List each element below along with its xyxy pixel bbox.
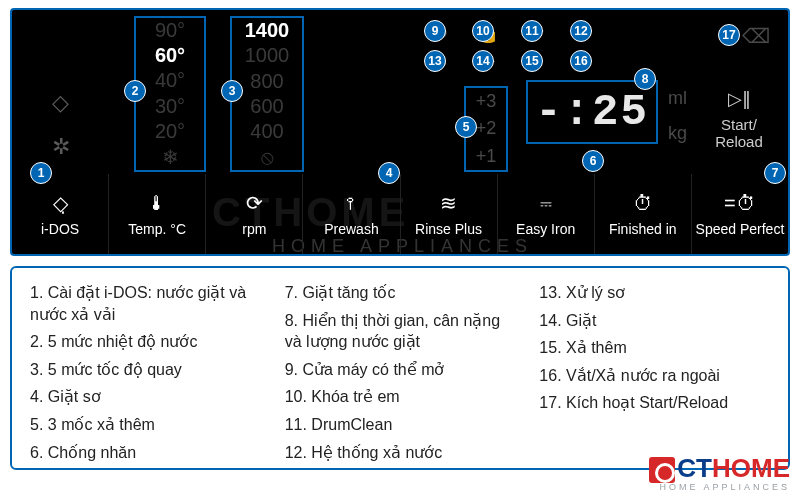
legend-col-1: 1. Cài đặt i-DOS: nước giặt và nước xả v… xyxy=(30,282,261,454)
logo-mark-icon xyxy=(649,457,675,483)
marker-16: 16 xyxy=(570,50,592,72)
thermometer-icon: 🌡 xyxy=(147,192,167,215)
marker-12: 12 xyxy=(570,20,592,42)
legend-8: 8. Hiển thị thời gian, cân nặng và lượng… xyxy=(285,310,516,353)
idos-icons: ◇ ✲ xyxy=(52,90,70,160)
marker-13: 13 xyxy=(424,50,446,72)
spin-1000: 1000 xyxy=(245,44,290,67)
spin-off-icon: ⦸ xyxy=(261,146,274,169)
temp-label: Temp. °C xyxy=(128,221,186,237)
temp-60: 60° xyxy=(155,44,185,67)
rinse-plus-2: +2 xyxy=(476,118,497,139)
start-reload-label: Start/ Reload xyxy=(702,116,776,150)
temp-30: 30° xyxy=(155,95,185,118)
prewash-label: Prewash xyxy=(324,221,378,237)
logo-sub: HOME APPLIANCES xyxy=(649,482,790,492)
legend-11: 11. DrumClean xyxy=(285,414,516,436)
marker-10: 10 xyxy=(472,20,494,42)
temp-90: 90° xyxy=(155,19,185,42)
marker-2: 2 xyxy=(124,80,146,102)
control-panel: CTHOME HOME APPLIANCES ◇ ✲ 90° 60° 40° 3… xyxy=(10,8,790,256)
play-pause-icon: ▷‖ xyxy=(702,88,776,110)
temp-cold-icon: ❄ xyxy=(162,145,179,169)
spin-600: 600 xyxy=(250,95,283,118)
easy-iron-button[interactable]: ⎓ Easy Iron xyxy=(498,174,595,254)
time-display: -:25 xyxy=(526,80,658,144)
marker-1: 1 xyxy=(30,162,52,184)
legend-7: 7. Giặt tăng tốc xyxy=(285,282,516,304)
rinse-plus-icon: ≋ xyxy=(440,191,457,215)
prewash-icon: ⫯ xyxy=(346,192,356,215)
unit-kg: kg xyxy=(668,123,687,144)
legend-12: 12. Hệ thống xả nước xyxy=(285,442,516,464)
idos-icon: ◇̣ xyxy=(53,191,68,215)
logo-ct: CT xyxy=(677,453,712,483)
spin-800: 800 xyxy=(250,70,283,93)
status-row-1: ⟲ 🔒 ⟳ ⇝ xyxy=(432,22,589,44)
temp-20: 20° xyxy=(155,120,185,143)
spin-icon: ⟳ xyxy=(246,191,263,215)
marker-14: 14 xyxy=(472,50,494,72)
marker-17: 17 xyxy=(718,24,740,46)
temp-40: 40° xyxy=(155,69,185,92)
legend-col-2: 7. Giặt tăng tốc 8. Hiển thị thời gian, … xyxy=(285,282,516,454)
idos-label: i-DOS xyxy=(41,221,79,237)
finished-in-button[interactable]: ⏱ Finished in xyxy=(595,174,692,254)
rinse-plus-button[interactable]: ≋ Rinse Plus xyxy=(401,174,498,254)
clock-icon: ⏱ xyxy=(633,192,653,215)
time-value: -:25 xyxy=(535,87,649,137)
marker-4: 4 xyxy=(378,162,400,184)
rinse-plus-label: Rinse Plus xyxy=(415,221,482,237)
drop-icon: ◇ xyxy=(52,90,70,116)
logo-home: HOME xyxy=(712,453,790,483)
legend-9: 9. Cửa máy có thể mở xyxy=(285,359,516,381)
rinse-plus-3: +3 xyxy=(476,91,497,112)
marker-11: 11 xyxy=(521,20,543,42)
start-reload-block[interactable]: ▷‖ Start/ Reload xyxy=(702,88,776,150)
speed-perfect-label: Speed Perfect xyxy=(696,221,785,237)
marker-3: 3 xyxy=(221,80,243,102)
unit-ml: ml xyxy=(668,88,687,109)
legend-5: 5. 3 mốc xả thêm xyxy=(30,414,261,436)
marker-9: 9 xyxy=(424,20,446,42)
legend-2: 2. 5 mức nhiệt độ nước xyxy=(30,331,261,353)
button-row: ◇̣ i-DOS 🌡 Temp. °C ⟳ rpm ⫯ Prewash ≋ Ri… xyxy=(12,174,788,254)
temp-button[interactable]: 🌡 Temp. °C xyxy=(109,174,206,254)
marker-6: 6 xyxy=(582,150,604,172)
marker-8: 8 xyxy=(634,68,656,90)
legend-14: 14. Giặt xyxy=(539,310,770,332)
legend-4: 4. Giặt sơ xyxy=(30,386,261,408)
rpm-button[interactable]: ⟳ rpm xyxy=(206,174,303,254)
marker-5: 5 xyxy=(455,116,477,138)
iron-icon: ⎓ xyxy=(540,192,552,215)
legend-box: 1. Cài đặt i-DOS: nước giặt và nước xả v… xyxy=(10,266,790,470)
marker-15: 15 xyxy=(521,50,543,72)
idos-button[interactable]: ◇̣ i-DOS xyxy=(12,174,109,254)
finished-in-label: Finished in xyxy=(609,221,677,237)
legend-col-3: 13. Xử lý sơ 14. Giặt 15. Xả thêm 16. Vắ… xyxy=(539,282,770,454)
legend-1: 1. Cài đặt i-DOS: nước giặt và nước xả v… xyxy=(30,282,261,325)
legend-6: 6. Chống nhăn xyxy=(30,442,261,464)
legend-15: 15. Xả thêm xyxy=(539,337,770,359)
legend-3: 3. 5 mức tốc độ quay xyxy=(30,359,261,381)
rpm-label: rpm xyxy=(242,221,266,237)
unit-labels: ml kg xyxy=(668,88,687,144)
rinse-plus-1: +1 xyxy=(476,146,497,167)
legend-13: 13. Xử lý sơ xyxy=(539,282,770,304)
cthome-logo: CTHOME HOME APPLIANCES xyxy=(649,453,790,492)
prewash-button[interactable]: ⫯ Prewash xyxy=(303,174,400,254)
speed-icon: =⏱ xyxy=(724,192,756,215)
speed-perfect-button[interactable]: =⏱ Speed Perfect xyxy=(692,174,788,254)
easy-iron-label: Easy Iron xyxy=(516,221,575,237)
spin-1400: 1400 xyxy=(245,19,290,42)
flower-icon: ✲ xyxy=(52,134,70,160)
spin-400: 400 xyxy=(250,120,283,143)
legend-10: 10. Khóa trẻ em xyxy=(285,386,516,408)
legend-16: 16. Vắt/Xả nước ra ngoài xyxy=(539,365,770,387)
legend-17: 17. Kích hoạt Start/Reload xyxy=(539,392,770,414)
cancel-icon: ⌫ xyxy=(742,24,770,48)
status-row-2: ⇢ 〰 ≋ ◎ xyxy=(432,52,586,74)
marker-7: 7 xyxy=(764,162,786,184)
